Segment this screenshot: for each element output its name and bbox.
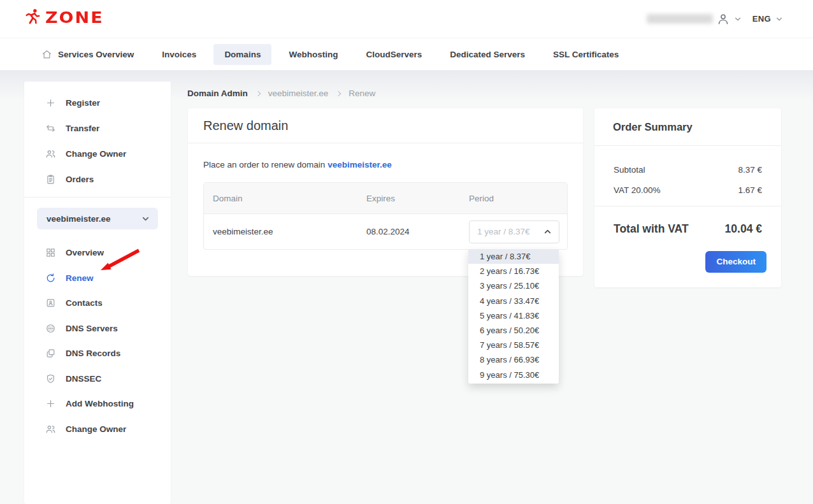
- nav-webhosting[interactable]: Webhosting: [278, 44, 349, 65]
- table-header-row: Domain Expires Period: [204, 183, 567, 213]
- sidebar-item-add-webhosting[interactable]: Add Webhosting: [24, 391, 171, 417]
- summary-row-subtotal: Subtotal 8.37 €: [614, 165, 762, 175]
- copy-icon: [45, 348, 56, 359]
- card-title: Renew domain: [188, 108, 583, 143]
- nav-item-label: CloudServers: [366, 50, 422, 59]
- breadcrumb-current: Renew: [349, 89, 375, 98]
- chevron-down-icon: [775, 15, 784, 24]
- sidebar-item-label: DNS Records: [66, 349, 120, 358]
- sidebar-item-overview[interactable]: Overview: [24, 240, 171, 266]
- period-select[interactable]: 1 year / 8.37€: [469, 220, 559, 243]
- sidebar-item-label: DNS Servers: [66, 324, 118, 333]
- nav-item-label: Invoices: [162, 50, 196, 59]
- contact-card-icon: [45, 298, 56, 308]
- chevron-down-icon: [141, 214, 150, 224]
- brand-wordmark: zone: [45, 10, 104, 25]
- sidebar-item-label: DNSSEC: [66, 374, 101, 384]
- nav-item-label: Webhosting: [289, 50, 338, 59]
- nav-invoices[interactable]: Invoices: [151, 44, 207, 65]
- sidebar-item-dnssec[interactable]: DNSSEC: [24, 366, 171, 392]
- nav-item-label: Domains: [224, 50, 261, 59]
- total-value: 10.04 €: [725, 222, 762, 236]
- chevron-right-icon: [255, 91, 261, 96]
- nav-domains[interactable]: Domains: [213, 44, 271, 65]
- period-option[interactable]: 2 years / 16.73€: [468, 264, 559, 278]
- nav-item-label: Services Overview: [58, 50, 134, 59]
- page: zone ENG: [0, 0, 813, 504]
- sidebar-item-label: Change Owner: [66, 424, 126, 434]
- sidebar-divider: [24, 197, 171, 198]
- sidebar-item-change-owner[interactable]: Change Owner: [24, 141, 171, 166]
- summary-label: Subtotal: [614, 165, 645, 175]
- cell-expires: 08.02.2024: [366, 227, 469, 236]
- sidebar-item-contacts[interactable]: Contacts: [24, 291, 171, 316]
- period-option[interactable]: 9 years / 75.30€: [468, 368, 559, 382]
- language-label: ENG: [752, 14, 771, 24]
- main-navbar: Services Overview Invoices Domains Webho…: [0, 38, 813, 70]
- period-option[interactable]: 1 year / 8.37€: [468, 249, 559, 264]
- intro-text: Place an order to renew domain veebimeis…: [203, 160, 568, 169]
- sidebar-item-label: Transfer: [66, 124, 99, 133]
- total-label: Total with VAT: [614, 222, 689, 236]
- period-option[interactable]: 4 years / 33.47€: [468, 294, 559, 308]
- sidebar-item-label: Overview: [66, 248, 104, 257]
- nav-cloudservers[interactable]: CloudServers: [355, 44, 433, 65]
- home-icon: [41, 49, 52, 60]
- shield-check-icon: [45, 373, 56, 384]
- order-summary-card: Order Summary Subtotal 8.37 € VAT 20.00%…: [594, 108, 781, 287]
- language-selector[interactable]: ENG: [752, 14, 784, 24]
- transfer-arrows-icon: [45, 123, 56, 134]
- chevron-down-icon: [733, 15, 742, 24]
- sidebar-item-orders[interactable]: Orders: [24, 166, 171, 192]
- sidebar-item-change-owner-domain[interactable]: Change Owner: [24, 417, 171, 442]
- order-summary-title: Order Summary: [594, 108, 781, 146]
- period-option[interactable]: 6 years / 50.20€: [468, 323, 559, 338]
- runner-icon: [24, 8, 41, 26]
- nav-dedicated-servers[interactable]: Dedicated Servers: [439, 44, 536, 65]
- breadcrumb-domain[interactable]: veebimeister.ee: [268, 89, 329, 98]
- user-menu[interactable]: [647, 12, 742, 26]
- domain-select-value: veebimeister.ee: [47, 214, 111, 224]
- period-option[interactable]: 7 years / 58.57€: [468, 338, 559, 352]
- checkout-button[interactable]: Checkout: [705, 251, 766, 273]
- sidebar: Register Transfer Change Owner: [24, 82, 171, 504]
- plus-icon: [45, 398, 56, 409]
- nav-item-label: SSL Certificates: [553, 50, 619, 59]
- period-select-value: 1 year / 8.37€: [477, 227, 530, 236]
- period-option[interactable]: 8 years / 66.93€: [468, 352, 559, 367]
- summary-value: 1.67 €: [738, 185, 762, 195]
- renew-table: Domain Expires Period veebimeister.ee 08…: [203, 182, 568, 250]
- sidebar-item-dns-records[interactable]: DNS Records: [24, 341, 171, 366]
- sidebar-item-label: Orders: [66, 175, 94, 184]
- column-header-expires: Expires: [366, 194, 469, 203]
- chevron-right-icon: [336, 91, 341, 96]
- sidebar-item-register[interactable]: Register: [24, 90, 171, 115]
- period-option[interactable]: 3 years / 25.10€: [468, 278, 559, 293]
- breadcrumb-domain-admin[interactable]: Domain Admin: [187, 89, 248, 98]
- sidebar-item-label: Register: [66, 98, 100, 108]
- nav-ssl-certificates[interactable]: SSL Certificates: [542, 44, 630, 65]
- renew-circular-arrow-icon: [45, 273, 56, 284]
- breadcrumb: Domain Admin veebimeister.ee Renew: [187, 89, 375, 98]
- plus-icon: [45, 97, 56, 108]
- period-dropdown: 1 year / 8.37€ 2 years / 16.73€ 3 years …: [468, 249, 559, 384]
- sidebar-item-label: Contacts: [66, 298, 103, 308]
- nav-services-overview[interactable]: Services Overview: [31, 43, 145, 66]
- svg-text:DNS: DNS: [48, 327, 54, 330]
- sidebar-item-dns-servers[interactable]: DNS DNS Servers: [24, 316, 171, 342]
- period-option[interactable]: 5 years / 41.83€: [468, 308, 559, 323]
- summary-total-row: Total with VAT 10.04 €: [594, 206, 781, 236]
- intro-domain-link[interactable]: veebimeister.ee: [327, 160, 392, 169]
- clipboard-icon: [45, 174, 56, 185]
- nav-item-label: Dedicated Servers: [450, 50, 525, 59]
- summary-value: 8.37 €: [738, 165, 762, 175]
- chevron-up-icon: [543, 227, 552, 236]
- zone-logo[interactable]: zone: [24, 8, 104, 26]
- column-header-period: Period: [469, 194, 567, 203]
- sidebar-item-renew[interactable]: Renew: [24, 266, 171, 291]
- intro-text-label: Place an order to renew domain: [203, 160, 325, 169]
- cell-domain: veebimeister.ee: [204, 227, 366, 236]
- domain-select[interactable]: veebimeister.ee: [37, 208, 158, 229]
- summary-row-vat: VAT 20.00% 1.67 €: [614, 185, 762, 195]
- sidebar-item-transfer[interactable]: Transfer: [24, 115, 171, 141]
